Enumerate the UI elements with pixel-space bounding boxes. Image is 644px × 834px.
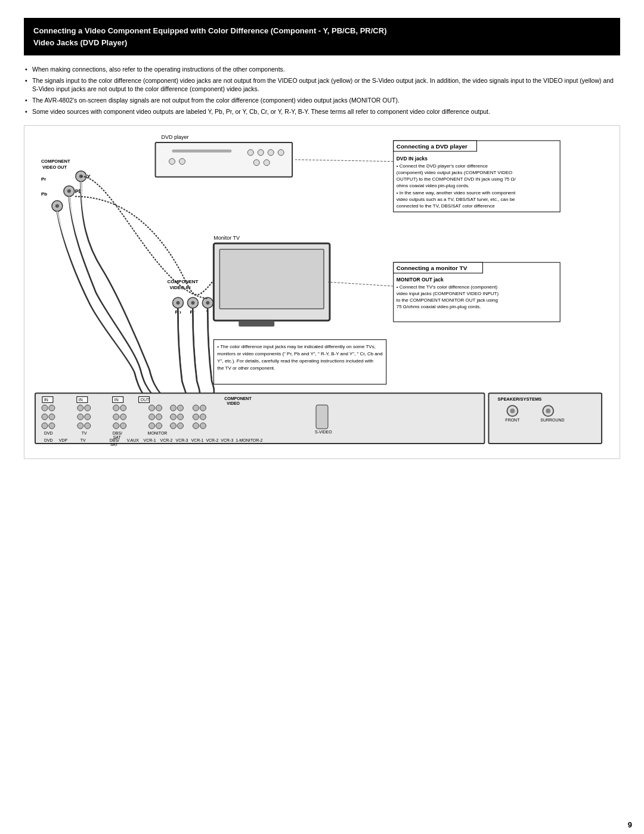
svg-text:TV: TV [80,439,86,443]
svg-text:video input jacks (COMPONENT V: video input jacks (COMPONENT VIDEO INPUT… [397,291,499,296]
svg-text:Y", etc.). For details, carefu: Y", etc.). For details, carefully read t… [217,358,373,364]
svg-point-86 [120,405,126,411]
svg-point-100 [171,405,177,411]
svg-point-32 [187,297,198,308]
svg-text:OUTPUT) to the COMPONENT DVD I: OUTPUT) to the COMPONENT DVD IN jack usi… [397,176,516,182]
wires-svg: Y Pb COMPONENT VIDEO OUT Pr Pb DVD playe… [24,126,620,458]
svg-text:OUT: OUT [141,398,150,402]
svg-text:FRONT: FRONT [505,418,520,423]
svg-point-96 [156,414,162,420]
svg-text:• The color difference input j: • The color difference input jacks may b… [217,344,376,349]
svg-rect-63 [42,397,53,403]
svg-point-105 [177,423,183,429]
svg-text:video outputs such as a TV, DB: video outputs such as a TV, DBS/SAT tune… [397,197,515,202]
svg-text:V.AUX: V.AUX [127,439,140,443]
svg-point-74 [49,414,55,420]
title-line2: Video Jacks (DVD Player) [33,38,127,47]
svg-text:COMPONENT: COMPONENT [41,159,70,164]
svg-rect-50 [394,263,483,274]
svg-text:1-MONITOR-2: 1-MONITOR-2 [236,439,262,443]
svg-point-20 [253,160,259,166]
svg-point-97 [149,423,155,429]
svg-text:Pb: Pb [41,191,47,197]
svg-text:TV: TV [82,432,87,436]
svg-text:Pb: Pb [75,188,82,194]
svg-point-132 [510,409,515,414]
svg-text:DBS/: DBS/ [110,439,119,443]
svg-text:Monitor TV: Monitor TV [213,235,240,241]
svg-line-138 [328,282,394,286]
svg-text:Pr: Pr [190,309,194,315]
svg-rect-67 [113,397,123,403]
svg-text:SAT: SAT [113,436,122,440]
svg-text:SPEAKER/SYSTEMS: SPEAKER/SYSTEMS [497,397,541,402]
svg-point-94 [156,405,162,411]
svg-point-81 [85,414,91,420]
svg-text:COMPONENT: COMPONENT [224,397,252,401]
svg-text:DVD IN jacks: DVD IN jacks [397,156,428,162]
svg-point-83 [85,423,91,429]
svg-text:DVD: DVD [44,439,53,443]
svg-text:monitors or video components (: monitors or video components (" Pr, Pb a… [217,351,382,356]
svg-point-104 [171,423,177,429]
svg-text:Pr: Pr [41,176,46,182]
svg-rect-129 [488,393,602,444]
svg-point-79 [85,405,91,411]
svg-point-16 [268,150,274,156]
svg-text:VIDEO: VIDEO [227,402,240,406]
bullet-1: When making connections, also refer to t… [24,65,620,74]
svg-point-76 [49,423,55,429]
svg-text:VIDEO IN: VIDEO IN [170,285,191,290]
svg-point-75 [42,423,48,429]
svg-point-3 [64,186,75,197]
svg-rect-13 [172,150,232,153]
svg-text:IN: IN [79,398,83,402]
svg-text:DVD player: DVD player [162,134,189,140]
intro-bullets: When making connections, also refer to t… [24,65,620,116]
svg-point-90 [120,423,126,429]
svg-text:Connecting a monitor TV: Connecting a monitor TV [397,265,467,272]
svg-point-78 [78,405,83,411]
svg-text:S-VIDEO: S-VIDEO [315,430,332,435]
svg-rect-24 [219,250,324,309]
svg-text:SAT: SAT [110,443,119,447]
svg-point-6 [52,201,63,212]
svg-point-109 [200,414,206,420]
svg-text:DBS/: DBS/ [113,432,122,436]
svg-point-80 [78,414,83,420]
svg-text:(component) video output jacks: (component) video output jacks (COMPONEN… [397,170,512,175]
svg-text:Y: Y [206,309,209,315]
svg-text:VCR-1: VCR-1 [191,439,203,443]
svg-rect-38 [394,141,560,212]
svg-text:VIDEO OUT: VIDEO OUT [42,165,67,170]
svg-point-17 [278,150,284,156]
svg-text:Y: Y [87,173,91,179]
svg-rect-114 [316,405,328,429]
svg-point-35 [202,297,213,308]
svg-text:• Connect the TV's color diffe: • Connect the TV's color difference (com… [397,284,498,290]
bullet-2: The signals input to the color differenc… [24,76,620,94]
svg-text:Connecting a DVD player: Connecting a DVD player [397,143,467,150]
svg-rect-57 [213,340,386,385]
svg-point-108 [193,414,199,420]
svg-rect-39 [394,141,477,151]
svg-rect-12 [156,142,293,177]
svg-point-95 [149,414,155,420]
svg-point-29 [173,297,184,308]
svg-text:Pb: Pb [175,309,181,315]
diagram-area: Y Pb COMPONENT VIDEO OUT Pr Pb DVD playe… [24,125,620,459]
svg-point-82 [78,423,83,429]
svg-point-87 [113,414,119,420]
svg-line-137 [295,160,394,162]
svg-text:VCR-1: VCR-1 [144,439,156,443]
svg-point-98 [156,423,162,429]
svg-point-89 [113,423,119,429]
svg-point-85 [113,405,119,411]
svg-text:• Connect  the  DVD  player's : • Connect the DVD player's color differe… [397,163,488,169]
svg-rect-62 [35,393,484,444]
svg-rect-25 [239,321,274,327]
svg-point-33 [191,301,194,305]
svg-text:VCR-2: VCR-2 [160,439,173,443]
svg-point-88 [120,414,126,420]
svg-text:ohms coaxial video pin-plug co: ohms coaxial video pin-plug cords. [397,183,469,188]
